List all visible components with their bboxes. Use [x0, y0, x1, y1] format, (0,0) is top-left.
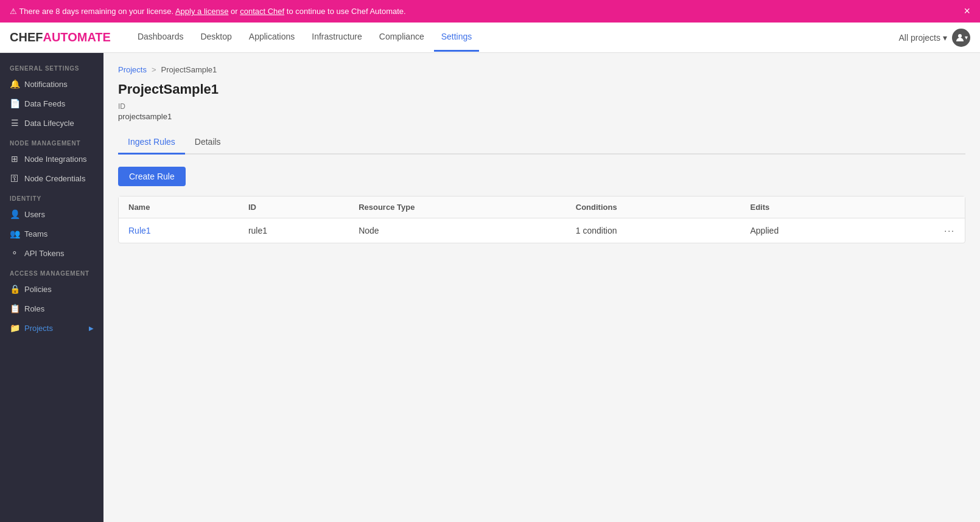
sidebar-item-roles[interactable]: 📋 Roles [0, 299, 103, 318]
top-nav: CHEF AUTOMATE Dashboards Desktop Applica… [0, 23, 980, 53]
sidebar-section-node: NODE MANAGEMENT [0, 133, 103, 149]
user-chevron: ▾ [965, 34, 968, 41]
col-name: Name [119, 197, 239, 218]
sidebar-item-policies[interactable]: 🔒 Policies [0, 279, 103, 299]
rules-table-container: Name ID Resource Type Conditions Edits R… [118, 196, 965, 243]
sidebar: GENERAL SETTINGS 🔔 Notifications 📄 Data … [0, 53, 103, 522]
sidebar-label-roles: Roles [24, 304, 44, 313]
cell-name: Rule1 [119, 218, 239, 243]
banner-suffix: to continue to use Chef Automate. [287, 7, 406, 16]
tab-details[interactable]: Details [185, 131, 231, 155]
create-rule-button[interactable]: Create Rule [118, 167, 186, 186]
sidebar-item-api-tokens[interactable]: ⚬ API Tokens [0, 243, 103, 263]
table-head: Name ID Resource Type Conditions Edits [119, 197, 965, 218]
license-banner: ⚠ There are 8 days remaining on your lic… [0, 0, 980, 23]
nav-settings[interactable]: Settings [434, 23, 480, 52]
sidebar-section-general: GENERAL SETTINGS [0, 58, 103, 74]
svg-point-0 [958, 34, 962, 38]
breadcrumb-current: ProjectSample1 [161, 65, 217, 74]
sidebar-item-teams[interactable]: 👥 Teams [0, 224, 103, 243]
sidebar-item-node-credentials[interactable]: ⚿ Node Credentials [0, 169, 103, 188]
sidebar-label-data-lifecycle: Data Lifecycle [24, 119, 74, 128]
users-icon: 👤 [10, 209, 19, 219]
banner-warning-icon: ⚠ [10, 7, 19, 16]
rule-name-link[interactable]: Rule1 [128, 226, 151, 235]
banner-text: ⚠ There are 8 days remaining on your lic… [10, 7, 406, 16]
logo-automate-text: AUTOMATE [43, 30, 110, 44]
sidebar-item-data-feeds[interactable]: 📄 Data Feeds [0, 94, 103, 113]
table-row: Rule1 rule1 Node 1 condition Applied ··· [119, 218, 965, 243]
project-selector-chevron: ▾ [943, 33, 947, 43]
sidebar-label-users: Users [24, 210, 45, 219]
rules-table: Name ID Resource Type Conditions Edits R… [119, 197, 965, 243]
nav-infrastructure[interactable]: Infrastructure [304, 23, 369, 52]
id-value: projectsample1 [118, 112, 965, 121]
sidebar-item-projects[interactable]: 📁 Projects ▶ [0, 318, 103, 338]
logo-chef-text: CHEF [10, 30, 43, 44]
logo: CHEF AUTOMATE [10, 30, 111, 44]
bell-icon: 🔔 [10, 79, 19, 89]
breadcrumb-separator: > [152, 65, 156, 74]
banner-close-button[interactable]: × [964, 5, 970, 18]
tab-ingest-rules[interactable]: Ingest Rules [118, 131, 185, 155]
nav-desktop[interactable]: Desktop [193, 23, 239, 52]
col-resource-type: Resource Type [349, 197, 566, 218]
sidebar-label-teams: Teams [24, 229, 47, 238]
project-selector[interactable]: All projects ▾ [899, 33, 947, 43]
nav-dashboards[interactable]: Dashboards [130, 23, 191, 52]
layout: GENERAL SETTINGS 🔔 Notifications 📄 Data … [0, 53, 980, 522]
banner-separator: or [231, 7, 240, 16]
project-selector-label: All projects [899, 33, 940, 43]
col-conditions: Conditions [566, 197, 741, 218]
sidebar-label-notifications: Notifications [24, 80, 68, 89]
sidebar-item-data-lifecycle[interactable]: ☰ Data Lifecycle [0, 113, 103, 133]
sidebar-label-node-credentials: Node Credentials [24, 174, 85, 183]
node-credentials-icon: ⚿ [10, 173, 19, 183]
breadcrumb-projects-link[interactable]: Projects [118, 65, 147, 74]
api-tokens-icon: ⚬ [10, 248, 19, 258]
table-header-row: Name ID Resource Type Conditions Edits [119, 197, 965, 218]
main-content: Projects > ProjectSample1 ProjectSample1… [103, 53, 980, 522]
col-edits: Edits [740, 197, 878, 218]
user-avatar[interactable]: ▾ [952, 29, 970, 47]
nav-applications[interactable]: Applications [242, 23, 303, 52]
sidebar-label-projects: Projects [24, 324, 53, 333]
col-actions-header [878, 197, 965, 218]
data-lifecycle-icon: ☰ [10, 118, 19, 128]
contact-chef-link[interactable]: contact Chef [240, 7, 284, 16]
sidebar-label-node-integrations: Node Integrations [24, 155, 87, 164]
nav-compliance[interactable]: Compliance [372, 23, 432, 52]
table-body: Rule1 rule1 Node 1 condition Applied ··· [119, 218, 965, 243]
nav-links: Dashboards Desktop Applications Infrastr… [130, 23, 899, 52]
nav-right: All projects ▾ ▾ [899, 29, 970, 47]
banner-prefix: There are 8 days remaining on your licen… [19, 7, 173, 16]
roles-icon: 📋 [10, 304, 19, 313]
breadcrumb: Projects > ProjectSample1 [118, 65, 965, 74]
sidebar-item-node-integrations[interactable]: ⊞ Node Integrations [0, 149, 103, 169]
apply-license-link[interactable]: Apply a license [175, 7, 228, 16]
page-title: ProjectSample1 [118, 82, 965, 97]
sidebar-item-users[interactable]: 👤 Users [0, 204, 103, 224]
sidebar-label-policies: Policies [24, 285, 52, 294]
projects-icon: 📁 [10, 323, 19, 333]
projects-arrow: ▶ [89, 325, 94, 332]
id-label: ID [118, 102, 965, 111]
sidebar-section-identity: IDENTITY [0, 188, 103, 204]
node-integrations-icon: ⊞ [10, 154, 19, 164]
cell-id: rule1 [239, 218, 349, 243]
policies-icon: 🔒 [10, 284, 19, 294]
cell-conditions: 1 condition [566, 218, 741, 243]
tabs: Ingest Rules Details [118, 131, 965, 155]
col-id: ID [239, 197, 349, 218]
data-feeds-icon: 📄 [10, 99, 19, 108]
cell-resource-type: Node [349, 218, 566, 243]
row-actions-button[interactable]: ··· [878, 218, 965, 243]
sidebar-item-notifications[interactable]: 🔔 Notifications [0, 74, 103, 94]
sidebar-label-api-tokens: API Tokens [24, 249, 65, 258]
cell-edits: Applied [740, 218, 878, 243]
sidebar-section-access: ACCESS MANAGEMENT [0, 263, 103, 279]
teams-icon: 👥 [10, 229, 19, 238]
sidebar-label-data-feeds: Data Feeds [24, 99, 65, 108]
